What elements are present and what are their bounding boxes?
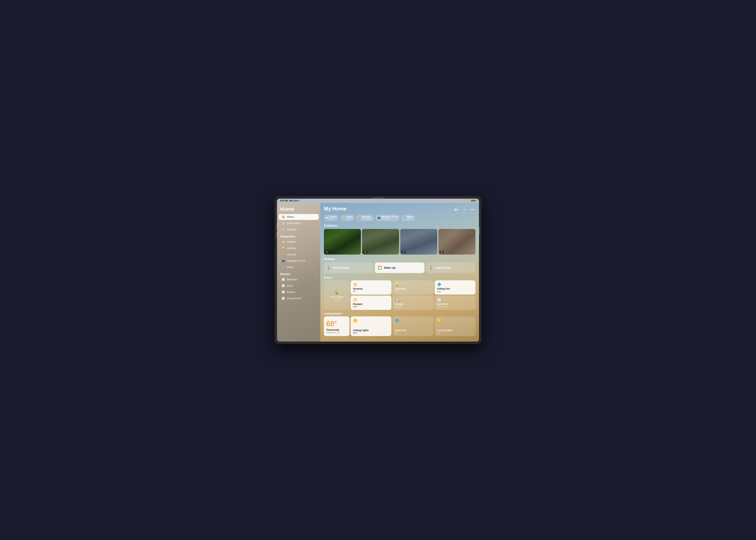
sidebar-item-living-room[interactable]: ⬜ Living Room (279, 296, 319, 301)
camera-1-timer: 2s (325, 251, 329, 253)
rooms-section-title[interactable]: Rooms ⌄ (277, 270, 320, 276)
scenes-row: 🚶 Arrive Home 🌅 Wake Up 🚶 Leave Home (324, 262, 475, 273)
camera-feed-3[interactable]: 1s (400, 229, 437, 255)
chip-security[interactable]: 🔒 Security 1 Unlocked (356, 214, 374, 221)
scenes-section-header[interactable]: Scenes › (324, 257, 475, 261)
sidebar-living-room-label: Living Room (287, 297, 301, 300)
add-button[interactable]: + (462, 207, 467, 212)
chip-water-icon: 💧 (403, 216, 406, 219)
device-front-door[interactable]: 🔒 Front Door Locked (324, 280, 349, 310)
categories-section-title[interactable]: Categories ⌄ (277, 233, 320, 239)
sidebar-water-label: Water (287, 266, 294, 269)
living-room-section-header[interactable]: Living Room › (324, 312, 475, 315)
front-door-name: Front Door (330, 296, 343, 299)
scene-leave-home[interactable]: 🚶 Leave Home (426, 262, 475, 273)
wake-up-label: Wake Up (384, 266, 396, 269)
categories-chevron: ⌄ (315, 235, 317, 238)
cameras-section-header[interactable]: Cameras › (324, 224, 475, 227)
sidebar-item-bedroom[interactable]: ⬜ Bedroom (279, 277, 319, 283)
thermostat-name: Thermostat (326, 329, 347, 331)
chip-security-sublabel: 1 Unlocked (362, 218, 372, 220)
device-overhead[interactable]: 💡 Overhead Off (393, 280, 433, 295)
scene-arrive-home[interactable]: 🚶 Arrive Home (324, 262, 373, 273)
chip-security-label: Security (362, 215, 372, 218)
sidebar-item-automations[interactable]: ◎ Automations (279, 220, 319, 226)
top-actions: + ••• (453, 207, 475, 212)
chip-lights-sublabel: 3 On (346, 218, 353, 220)
svg-rect-3 (456, 209, 456, 210)
sidebar-bedroom-label: Bedroom (287, 278, 297, 281)
ipad-frame: 9:41 AM Mon Jun 6 📶 100% Home 🏠 Home ◎ A… (275, 196, 481, 344)
ipad-screen: 9:41 AM Mon Jun 6 📶 100% Home 🏠 Home ◎ A… (277, 199, 479, 341)
waveform-button[interactable] (453, 207, 459, 212)
shades-icon: 🪟 (395, 298, 431, 302)
homepod-name: HomePod (437, 303, 473, 306)
cameras-chevron: › (338, 224, 339, 227)
chip-speakers[interactable]: 📺 Speakers & TVs 1 Playing (375, 214, 400, 221)
device-shades[interactable]: 🪟 Shades Closed (393, 296, 433, 310)
ceiling-fan-icon: 💠 (437, 282, 473, 287)
sidebar-home-label: Home (287, 215, 294, 218)
device-accent-lights[interactable]: 💛 Accent Lights Off (435, 316, 475, 336)
lighting-icon: 💡 (282, 247, 285, 250)
ceiling-fan-status: Low (437, 290, 473, 293)
bedroom-icon: ⬜ (282, 278, 285, 281)
overhead-status: Off (395, 290, 431, 293)
leave-home-icon: 🚶 (429, 266, 433, 270)
more-button[interactable]: ••• (470, 207, 475, 212)
rooms-label: Rooms (280, 272, 290, 276)
smart-fan-icon: 💠 (395, 318, 431, 323)
svg-rect-5 (457, 209, 458, 210)
sidebar-item-lighting[interactable]: 💡 Lighting (279, 245, 319, 251)
chip-water[interactable]: 💧 Water Off (401, 214, 415, 221)
device-smart-fan[interactable]: 💠 Smart Fan Off (393, 316, 433, 336)
sidebar-speakers-label: Speakers & TVs (287, 259, 305, 262)
chip-speakers-label: Speakers & TVs (381, 215, 398, 218)
device-thermostat[interactable]: 68° Thermostat Heating to 70 (324, 316, 349, 336)
speakers-icon: 📺 (282, 259, 285, 262)
camera-feed-4[interactable]: 4s (439, 229, 475, 255)
wake-up-icon: 🌅 (378, 266, 382, 270)
device-ceiling-fan[interactable]: 💠 Ceiling Fan Low (435, 280, 475, 295)
sidebar-item-security[interactable]: 🔒 Security (279, 252, 319, 257)
arrive-home-icon: 🚶 (326, 266, 331, 270)
sidebar: Home 🏠 Home ◎ Automations ✦ Discover Cat… (277, 203, 320, 341)
device-sconces[interactable]: 🔆 Sconces On (351, 280, 391, 295)
chip-lights[interactable]: 💡 Lights 3 On (340, 214, 355, 221)
home-icon: 🏠 (282, 215, 285, 218)
sidebar-item-kitchen[interactable]: ⬜ Kitchen (279, 289, 319, 295)
chip-speakers-sublabel: 1 Playing (381, 218, 398, 220)
sconces-name: Sconces (353, 287, 389, 290)
rooms-chevron: ⌄ (315, 273, 317, 275)
chip-lights-icon: 💡 (342, 216, 345, 219)
camera-feed-1[interactable]: 2s (324, 229, 361, 255)
camera-feed-2[interactable]: 3s (362, 229, 399, 255)
chip-climate[interactable]: ❄ Climate 68-72° (324, 214, 339, 221)
entry-section-header[interactable]: Entry › (324, 276, 475, 279)
main-title: My Home (324, 206, 347, 212)
sidebar-item-speakers[interactable]: 📺 Speakers & TVs (279, 258, 319, 264)
chip-speakers-icon: 📺 (377, 216, 380, 219)
entry-device-grid: 🔒 Front Door Locked 🔆 Sconces On (324, 280, 475, 310)
sidebar-item-discover[interactable]: ✦ Discover (279, 226, 319, 232)
sidebar-discover-label: Discover (287, 228, 297, 231)
sidebar-item-climate[interactable]: ❄ Climate (279, 239, 319, 245)
scene-wake-up[interactable]: 🌅 Wake Up (375, 262, 424, 273)
accent-lights-status: Off (437, 332, 473, 334)
camera-4-timer: 4s (440, 251, 444, 253)
device-pendant[interactable]: 🔆 Pendant 25% (351, 296, 391, 310)
sidebar-item-water[interactable]: 💧 Water (279, 264, 319, 270)
chip-climate-sublabel: 68-72° (329, 218, 337, 220)
front-door-status: Locked (333, 299, 340, 301)
living-room-device-grid: 68° Thermostat Heating to 70 🟡 Ceiling L… (324, 316, 475, 336)
device-ceiling-lights[interactable]: 🟡 Ceiling Lights 90% (351, 316, 391, 336)
security-icon: 🔒 (282, 253, 285, 256)
ceiling-fan-name: Ceiling Fan (437, 287, 473, 290)
device-homepod[interactable]: ⚪ HomePod Not Playing (435, 296, 475, 310)
sidebar-item-entry[interactable]: ⬜ Entry (279, 283, 319, 289)
svg-rect-1 (455, 209, 455, 210)
sidebar-item-home[interactable]: 🏠 Home (279, 214, 319, 220)
living-room-icon: ⬜ (282, 297, 285, 300)
svg-rect-4 (457, 209, 457, 210)
camera-row: 2s 3s 1s 4s (324, 229, 475, 255)
